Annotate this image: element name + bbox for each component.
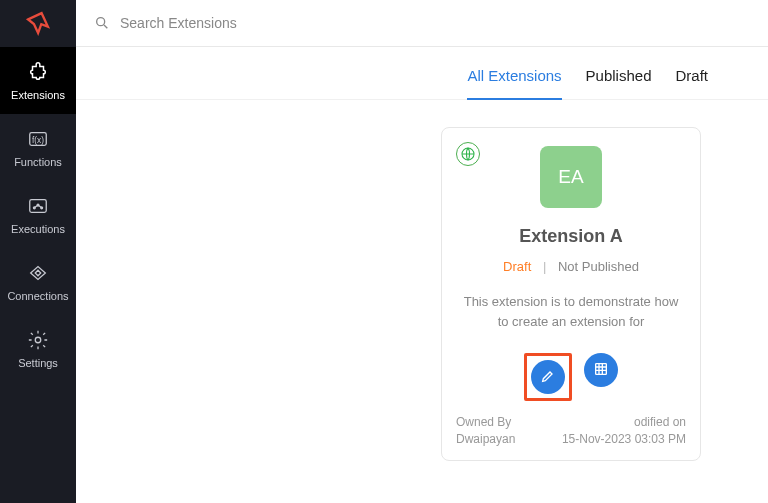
search-icon [94, 15, 110, 31]
status-draft: Draft [503, 259, 531, 274]
card-area: EA Extension A Draft | Not Published Thi… [76, 100, 768, 461]
status-row: Draft | Not Published [456, 259, 686, 274]
puzzle-icon [27, 61, 49, 83]
sidebar-item-extensions[interactable]: Extensions [0, 47, 76, 114]
details-button[interactable] [584, 353, 618, 387]
svg-rect-9 [596, 363, 607, 374]
extension-card[interactable]: EA Extension A Draft | Not Published Thi… [441, 127, 701, 461]
connections-icon [27, 262, 49, 284]
sidebar-item-settings[interactable]: Settings [0, 315, 76, 382]
sidebar-item-label: Functions [14, 156, 62, 168]
card-actions [456, 353, 686, 401]
extension-title: Extension A [456, 226, 686, 247]
content: All Extensions Published Draft EA Extens… [76, 47, 768, 503]
function-icon: f(x) [27, 128, 49, 150]
owned-by-label: Owned By [456, 415, 515, 429]
search-input[interactable] [120, 15, 750, 31]
tab-all-extensions[interactable]: All Extensions [467, 67, 561, 100]
tab-published[interactable]: Published [586, 67, 652, 99]
edit-button[interactable] [531, 360, 565, 394]
sidebar-item-label: Settings [18, 357, 58, 369]
sidebar-item-label: Connections [7, 290, 68, 302]
main-area: All Extensions Published Draft EA Extens… [76, 0, 768, 503]
avatar: EA [540, 146, 602, 208]
meta-row: Owned By Dwaipayan odified on 15-Nov-202… [456, 415, 686, 446]
svg-text:f(x): f(x) [32, 135, 44, 144]
status-separator: | [543, 259, 546, 274]
modified-label: odified on [562, 415, 686, 429]
app-logo[interactable] [0, 0, 76, 47]
sidebar-item-functions[interactable]: f(x) Functions [0, 114, 76, 181]
extension-description: This extension is to demonstrate how to … [456, 292, 686, 331]
pencil-icon [540, 368, 556, 387]
owned-by-value: Dwaipayan [456, 432, 515, 446]
globe-icon [456, 142, 480, 166]
sidebar-item-label: Extensions [11, 89, 65, 101]
owned-by: Owned By Dwaipayan [456, 415, 515, 446]
sidebar-item-connections[interactable]: Connections [0, 248, 76, 315]
sidebar-item-label: Executions [11, 223, 65, 235]
grid-icon [593, 361, 609, 380]
svg-point-7 [97, 18, 105, 26]
executions-icon [27, 195, 49, 217]
sidebar-item-executions[interactable]: Executions [0, 181, 76, 248]
tab-draft[interactable]: Draft [675, 67, 708, 99]
modified-on: odified on 15-Nov-2023 03:03 PM [562, 415, 686, 446]
svg-point-6 [35, 337, 41, 343]
edit-highlight [524, 353, 572, 401]
modified-value: 15-Nov-2023 03:03 PM [562, 432, 686, 446]
status-published: Not Published [558, 259, 639, 274]
sidebar: Extensions f(x) Functions Executions [0, 0, 76, 503]
tabs: All Extensions Published Draft [76, 47, 768, 100]
gear-icon [27, 329, 49, 351]
search-bar [76, 0, 768, 47]
